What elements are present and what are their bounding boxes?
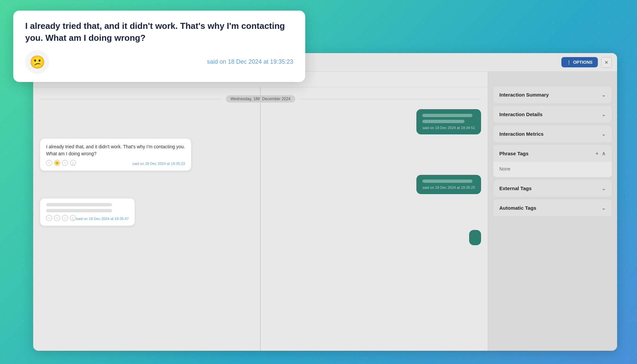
message-timestamp: said on 18 Dec 2024 at 19:35:23 [132, 162, 185, 166]
message-row: ○ ○ ○ △ said on 18 Dec 2024 at 19:35:47 [40, 198, 481, 226]
chevron-down-icon: ⌄ [602, 92, 606, 98]
message-footer: ○ 😕 ○ △ said on 18 Dec 2024 at 19:35:23 [46, 160, 185, 166]
reaction-icon-3[interactable]: ○ [62, 160, 68, 166]
accordion-title-external-tags: External Tags [499, 185, 531, 191]
phrase-tags-none-label: None [499, 166, 510, 172]
agent-bubble [469, 230, 481, 245]
accordion-interaction-metrics: Interaction Metrics ⌄ [493, 125, 612, 142]
message-row: said on 18 Dec 2024 at 19:34:51 [40, 109, 481, 134]
accordion-header-metrics[interactable]: Interaction Metrics ⌄ [493, 125, 612, 142]
reaction-icon-3[interactable]: ○ [62, 215, 68, 221]
message-line [422, 180, 472, 183]
accordion-header-external-tags[interactable]: External Tags ⌄ [493, 180, 612, 197]
main-window: ⋮ OPTIONS ✕ Customer Interactions (103) … [33, 53, 617, 351]
reaction-icon-2[interactable]: ○ [54, 215, 60, 221]
accordion-title-details: Interaction Details [499, 111, 542, 117]
tooltip-timestamp: said on 18 Dec 2024 at 19:35:23 [207, 58, 293, 65]
content-area: Customer Interactions (103) ▾ Wednesday,… [33, 72, 617, 351]
close-button[interactable]: ✕ [601, 57, 612, 68]
message-row: said on 18 Dec 2024 at 19:35:25 [40, 175, 481, 194]
accordion-interaction-details: Interaction Details ⌄ [493, 106, 612, 123]
chat-panel: Customer Interactions (103) ▾ Wednesday,… [33, 72, 488, 351]
message-row [40, 230, 481, 245]
chevron-down-icon: ⌄ [602, 111, 606, 117]
options-button[interactable]: ⋮ OPTIONS [561, 57, 598, 67]
tooltip-emoji: 😕 [25, 50, 49, 74]
options-label: OPTIONS [573, 60, 593, 65]
spacer [493, 77, 612, 84]
message-reaction-icons: ○ 😕 ○ △ [46, 160, 76, 166]
phrase-tags-add-icon[interactable]: + [596, 151, 599, 157]
accordion-title-summary: Interaction Summary [499, 92, 549, 98]
message-line [422, 120, 464, 123]
tooltip-card: I already tried that, and it didn't work… [13, 11, 305, 82]
reaction-icon-4[interactable]: △ [70, 215, 76, 221]
message-timestamp: said on 18 Dec 2024 at 19:35:25 [422, 185, 475, 189]
accordion-interaction-summary: Interaction Summary ⌄ [493, 86, 612, 103]
message-line [46, 209, 112, 212]
accordion-header-automatic-tags[interactable]: Automatic Tags ⌄ [493, 199, 612, 216]
accordion-external-tags: External Tags ⌄ [493, 180, 612, 197]
close-icon: ✕ [604, 60, 608, 65]
chevron-down-icon: ⌄ [602, 131, 606, 137]
message-row: I already tried that, and it didn't work… [40, 138, 481, 171]
agent-bubble: said on 18 Dec 2024 at 19:35:25 [416, 175, 481, 194]
accordion-header-details[interactable]: Interaction Details ⌄ [493, 106, 612, 123]
chevron-down-icon: ⌄ [602, 185, 606, 191]
message-footer: ○ ○ ○ △ said on 18 Dec 2024 at 19:35:47 [46, 215, 129, 221]
reaction-icon-1[interactable]: ○ [46, 215, 52, 221]
divider-line-left [40, 99, 222, 99]
reaction-icon-4[interactable]: △ [70, 160, 76, 166]
accordion-title-automatic-tags: Automatic Tags [499, 205, 536, 211]
tooltip-text: I already tried that, and it didn't work… [25, 20, 293, 44]
message-reaction-icons: ○ ○ ○ △ [46, 215, 76, 221]
customer-bubble-highlighted: I already tried that, and it didn't work… [40, 138, 191, 171]
accordion-header-phrase-tags[interactable]: Phrase Tags + ∧ [493, 145, 612, 162]
message-line [422, 114, 472, 117]
chevron-down-icon: ⌄ [602, 205, 606, 211]
chevron-up-icon: ∧ [602, 150, 606, 157]
accordion-automatic-tags: Automatic Tags ⌄ [493, 199, 612, 216]
reaction-icon-1[interactable]: ○ [46, 160, 52, 166]
phrase-tags-header: Phrase Tags + ∧ [499, 150, 606, 157]
accordion-header-summary[interactable]: Interaction Summary ⌄ [493, 86, 612, 103]
right-panel: Interaction Summary ⌄ Interaction Detail… [488, 72, 617, 351]
reaction-icon-2[interactable]: 😕 [54, 160, 60, 166]
phrase-tags-body: None [493, 162, 612, 177]
chat-messages[interactable]: Wednesday, 18th December 2024 said on 18… [33, 87, 488, 351]
customer-bubble: ○ ○ ○ △ said on 18 Dec 2024 at 19:35:47 [40, 198, 135, 226]
accordion-title-phrase-tags: Phrase Tags [499, 151, 529, 156]
accordion-title-metrics: Interaction Metrics [499, 131, 543, 137]
message-line [46, 203, 112, 206]
accordion-phrase-tags: Phrase Tags + ∧ None [493, 145, 612, 177]
options-dots: ⋮ [567, 60, 571, 65]
tooltip-footer: 😕 said on 18 Dec 2024 at 19:35:23 [25, 50, 293, 74]
divider-line-right [299, 99, 481, 99]
message-timestamp: said on 18 Dec 2024 at 19:34:51 [422, 126, 475, 130]
agent-bubble: said on 18 Dec 2024 at 19:34:51 [416, 109, 481, 134]
customer-message-text: I already tried that, and it didn't work… [46, 143, 185, 157]
message-timestamp: said on 18 Dec 2024 at 19:35:47 [76, 217, 129, 221]
